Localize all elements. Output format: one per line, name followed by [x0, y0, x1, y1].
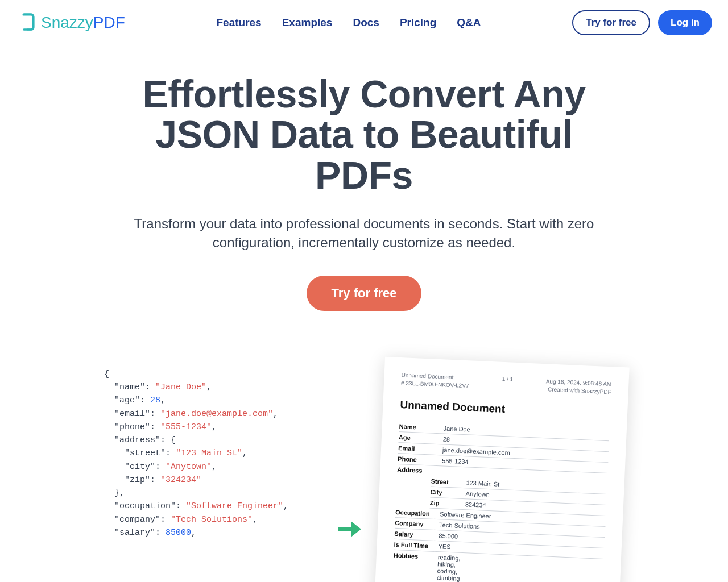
main-nav: Features Examples Docs Pricing Q&A	[216, 16, 481, 29]
pdf-row-label: Salary	[394, 530, 439, 539]
hero-cta-button[interactable]: Try for free	[307, 276, 422, 311]
login-button[interactable]: Log in	[658, 10, 712, 35]
pdf-row-label: Email	[398, 444, 442, 453]
logo-text: SnazzyPDF	[41, 14, 125, 32]
pdf-row-label: Is Full Time	[394, 541, 438, 550]
pdf-row-value: 123 Main St	[466, 479, 499, 488]
demo-section: { "name": "Jane Doe", "age": 28, "email"…	[0, 362, 728, 582]
hero-section: Effortlessly Convert Any JSON Data to Be…	[91, 74, 637, 311]
nav-examples[interactable]: Examples	[282, 16, 333, 29]
hero-subtitle: Transform your data into professional do…	[114, 215, 614, 252]
pdf-row-label: Hobbies	[392, 552, 438, 581]
pdf-header: Unnamed Document # 33LL-BM0U-NKOV-L2V7 1…	[401, 371, 612, 396]
pdf-preview: Unnamed Document # 33LL-BM0U-NKOV-L2V7 1…	[374, 357, 629, 582]
nav-qa[interactable]: Q&A	[457, 16, 481, 29]
pdf-row-value: 324234	[465, 501, 486, 509]
hero-title: Effortlessly Convert Any JSON Data to Be…	[114, 74, 614, 196]
pdf-row-value: 85.000	[439, 532, 458, 539]
pdf-row-value: jane.doe@example.com	[442, 446, 510, 456]
pdf-row-value: Software Engineer	[440, 510, 491, 519]
header-buttons: Try for free Log in	[572, 10, 712, 35]
try-free-button[interactable]: Try for free	[572, 10, 650, 35]
pdf-row-label: Company	[395, 519, 439, 528]
nav-docs[interactable]: Docs	[353, 16, 379, 29]
logo[interactable]: SnazzyPDF	[16, 13, 125, 33]
pdf-row-label: Zip	[430, 499, 465, 508]
logo-icon	[16, 13, 36, 33]
pdf-row-value: reading, hiking, coding, climbing	[437, 554, 461, 582]
nav-pricing[interactable]: Pricing	[400, 16, 436, 29]
pdf-row-value: YES	[438, 543, 451, 550]
pdf-row-label: City	[431, 488, 466, 497]
pdf-row-label: Street	[431, 478, 466, 487]
site-header: SnazzyPDF Features Examples Docs Pricing…	[0, 0, 728, 45]
pdf-row-label: Age	[399, 434, 443, 442]
pdf-row-value: 555-1234	[442, 457, 469, 465]
pdf-row-value: Tech Solutions	[439, 521, 480, 530]
pdf-row-label: Name	[399, 423, 444, 431]
pdf-title: Unnamed Document	[400, 398, 611, 420]
pdf-row-value: Anytown	[465, 490, 490, 498]
arrow-icon	[337, 519, 362, 542]
pdf-row-label: Occupation	[395, 509, 440, 517]
pdf-row-value: 28	[443, 435, 450, 443]
pdf-row-label: Address	[397, 466, 441, 475]
nav-features[interactable]: Features	[216, 16, 261, 29]
pdf-page-count: 1 / 1	[502, 376, 514, 392]
pdf-row-value: Jane Doe	[443, 425, 470, 433]
pdf-row-label: Phone	[398, 455, 442, 464]
json-code-example: { "name": "Jane Doe", "age": 28, "email"…	[104, 362, 320, 539]
pdf-table: NameJane Doe Age28 Emailjane.doe@example…	[392, 421, 610, 582]
